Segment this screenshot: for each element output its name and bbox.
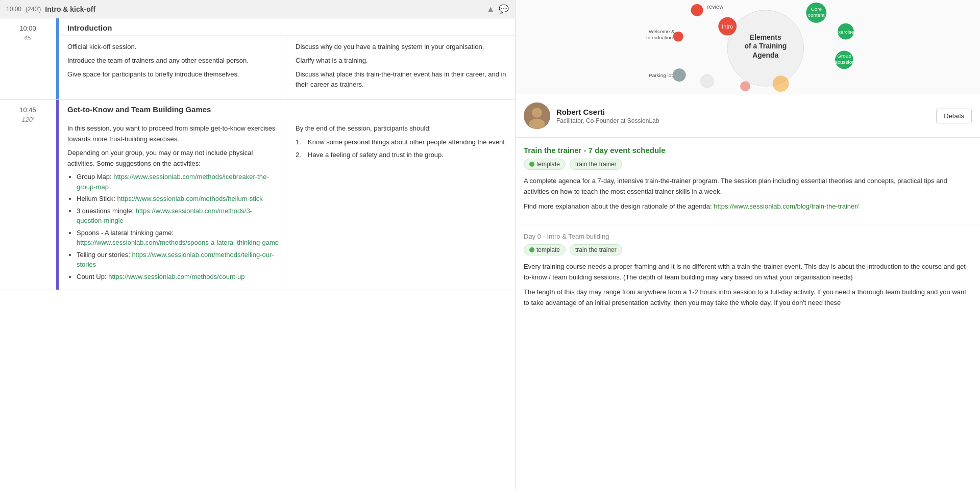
section1-p2: Find more explanation about the design r… (524, 201, 972, 212)
training-agenda-diagram: Elements of a Training Agenda review Int… (516, 0, 980, 94)
node-partial-1 (700, 74, 715, 88)
session-left-intro: Official kick-off session. Introduce the… (59, 36, 287, 99)
header-duration: (240') (26, 6, 41, 13)
section1-p1: A complete agenda for a 7-day, intensive… (524, 176, 972, 197)
svg-text:content: content (808, 12, 825, 18)
section1-title: Train the trainer - 7 day event schedule (524, 146, 972, 155)
schedule-content: 10:00 45' Introduction Official kick-off… (0, 18, 515, 489)
session-title-tb: Get-to-Know and Team Building Games (59, 100, 515, 117)
session-body-tb: Get-to-Know and Team Building Games In t… (59, 100, 515, 290)
presenter-name: Robert Cserti (556, 108, 930, 116)
session-start-time-tb: 10:45 (19, 106, 36, 114)
intro-p2: Introduce the team of trainers and any o… (67, 56, 279, 66)
intro-r3: Discuss what place this train-the-traine… (296, 69, 507, 91)
svg-text:Welcome &: Welcome & (649, 29, 675, 34)
section-train-trainer: Train the trainer - 7 day event schedule… (516, 138, 980, 224)
comment-icon[interactable]: 💬 (499, 4, 509, 14)
session-content-row-intro: Official kick-off session. Introduce the… (59, 36, 515, 99)
svg-text:review: review (707, 4, 723, 10)
tag-label-template-1: template (536, 161, 560, 168)
tb-p1: In this session, you want to proceed fro… (67, 123, 279, 145)
svg-text:Exercises: Exercises (835, 29, 856, 35)
tb-numbered-2: 2.Have a feeling of safety and trust in … (296, 150, 507, 160)
tag-label-train-1: train the trainer (575, 161, 617, 168)
session-header: 10:00 (240') Intro & kick-off ▲ 💬 (0, 0, 515, 18)
session-time-col-intro: 10:00 45' (0, 18, 56, 99)
link-group-map[interactable]: https://www.sessionlab.com/methods/icebr… (77, 173, 268, 191)
session-content-row-tb: In this session, you want to proceed fro… (59, 117, 515, 290)
link-helium-stick[interactable]: https://www.sessionlab.com/methods/heliu… (117, 195, 262, 202)
intro-r1: Discuss why do you have a training syste… (296, 42, 507, 53)
avatar-image (524, 102, 550, 129)
node-review (691, 4, 703, 16)
svg-text:Core: Core (811, 6, 822, 12)
tag-template-1[interactable]: template (524, 159, 566, 170)
tb-bullet-6: Count Up: https://www.sessionlab.com/met… (77, 272, 279, 282)
svg-point-13 (532, 108, 542, 118)
avatar (524, 102, 550, 129)
session-duration-tb: 120' (21, 116, 34, 123)
tag-label-template-2: template (536, 246, 560, 253)
session-block-teambuilding: 10:45 120' Get-to-Know and Team Building… (0, 100, 515, 290)
svg-text:Agenda: Agenda (752, 51, 778, 59)
link-spoons[interactable]: https://www.sessionlab.com/methods/spoon… (77, 239, 279, 246)
node-parking-lot (673, 68, 686, 82)
tb-bullet-5: Telling our stories: https://www.session… (77, 250, 279, 270)
header-title: Intro & kick-off (45, 5, 95, 13)
session-right-tb: By the end of the session, participants … (287, 117, 515, 290)
tag-template-2[interactable]: template (524, 244, 566, 255)
tag-train-trainer-2[interactable]: train the trainer (570, 244, 622, 255)
header-time: 10:00 (6, 6, 21, 13)
right-panel: Elements of a Training Agenda review Int… (516, 0, 980, 489)
link-telling-stories[interactable]: https://www.sessionlab.com/methods/telli… (77, 251, 274, 269)
tb-numbered-1: 1.Know some personal things about other … (296, 137, 507, 147)
session-right-intro: Discuss why do you have a training syste… (287, 36, 515, 99)
session-body-intro: Introduction Official kick-off session. … (59, 18, 515, 99)
tb-bullet-list: Group Map: https://www.sessionlab.com/me… (67, 172, 279, 281)
tag-label-train-2: train the trainer (575, 246, 617, 253)
section1-tags: template train the trainer (524, 159, 972, 170)
link-count-up[interactable]: https://www.sessionlab.com/methods/count… (108, 273, 244, 280)
tb-p2: Depending on your group, you may or may … (67, 148, 279, 169)
collapse-icon[interactable]: ▲ (486, 5, 495, 14)
section1-body: A complete agenda for a 7-day, intensive… (524, 176, 972, 212)
svg-text:Parking lot: Parking lot (649, 72, 673, 78)
section2-body: Every training course needs a proper fra… (524, 262, 972, 308)
tag-icon-1 (529, 162, 534, 167)
section2-subtitle: Day 0 - Intro & Team building (524, 233, 972, 240)
node-welcome (673, 32, 683, 42)
session-left-tb: In this session, you want to proceed fro… (59, 117, 287, 290)
intro-r2: Clarify what is a training. (296, 56, 507, 66)
svg-text:Intro: Intro (722, 23, 733, 30)
svg-text:of a Training: of a Training (744, 42, 787, 50)
presenter-info: Robert Cserti Facilitator, Co-Founder at… (556, 108, 930, 124)
tb-numbered-list: 1.Know some personal things about other … (296, 137, 507, 160)
node-partial-3 (773, 75, 789, 92)
intro-p3: Give space for participants to briefly i… (67, 69, 279, 80)
section1-link[interactable]: https://www.sessionlab.com/blog/train-th… (714, 202, 859, 210)
tb-bullet-4: Spoons - A lateral thinking game: https:… (77, 228, 279, 248)
svg-text:Group: Group (837, 53, 851, 59)
presenter-role: Facilitator, Co-Founder at SessionLab (556, 117, 930, 124)
link-3-question-mingle[interactable]: https://www.sessionlab.com/methods/3-que… (77, 207, 252, 225)
diagram-area: Elements of a Training Agenda review Int… (516, 0, 980, 94)
section2-p1: Every training course needs a proper fra… (524, 262, 972, 283)
session-time-col-tb: 10:45 120' (0, 100, 56, 290)
header-actions: ▲ 💬 (486, 4, 509, 14)
avatar-svg (524, 102, 550, 129)
diagram-center-label: Elements (750, 33, 781, 41)
details-button[interactable]: Details (936, 109, 972, 123)
tb-bullet-3: 3 questions mingle: https://www.sessionl… (77, 206, 279, 226)
node-partial-2 (740, 81, 750, 91)
session-start-time-intro: 10:00 (19, 24, 36, 32)
tb-r-intro: By the end of the session, participants … (296, 123, 507, 134)
session-block-intro: 10:00 45' Introduction Official kick-off… (0, 18, 515, 100)
session-title-intro: Introduction (59, 18, 515, 36)
section2-tags: template train the trainer (524, 244, 972, 255)
tb-bullet-1: Group Map: https://www.sessionlab.com/me… (77, 172, 279, 192)
svg-text:discussions: discussions (831, 59, 857, 65)
tb-bullet-2: Helium Stick: https://www.sessionlab.com… (77, 194, 279, 204)
presenter-card: Robert Cserti Facilitator, Co-Founder at… (516, 94, 980, 138)
tag-train-trainer-1[interactable]: train the trainer (570, 159, 622, 170)
svg-text:Introduction: Introduction (646, 35, 673, 40)
